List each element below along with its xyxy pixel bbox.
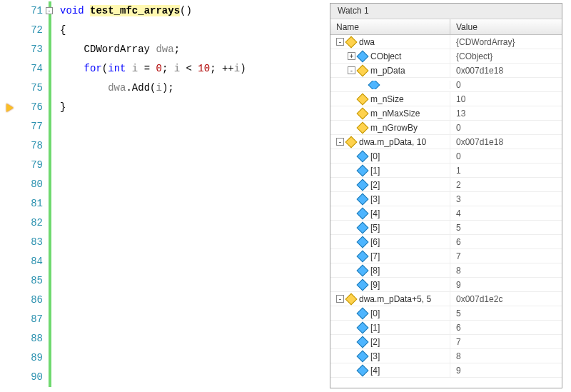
- breakpoint-gutter[interactable]: [0, 1, 20, 21]
- watch-value-cell[interactable]: 5: [450, 306, 562, 321]
- code-text[interactable]: [56, 213, 60, 233]
- watch-name-cell[interactable]: [6]: [330, 235, 450, 249]
- watch-value-cell[interactable]: 9: [450, 278, 562, 292]
- watch-value-cell[interactable]: 1: [450, 164, 562, 178]
- watch-name-cell[interactable]: [1]: [330, 321, 450, 335]
- code-line[interactable]: 89: [0, 348, 315, 368]
- watch-row[interactable]: -dwa{CDWordArray}: [330, 35, 562, 49]
- breakpoint-gutter[interactable]: [0, 98, 20, 117]
- watch-name-cell[interactable]: [330, 81, 450, 89]
- watch-row[interactable]: [6]6: [330, 235, 562, 249]
- code-text[interactable]: [56, 233, 60, 252]
- breakpoint-gutter[interactable]: [0, 329, 20, 348]
- column-header-name[interactable]: Name: [330, 19, 450, 34]
- code-text[interactable]: {: [56, 21, 66, 40]
- watch-row[interactable]: [1]6: [330, 321, 562, 335]
- code-text[interactable]: [56, 194, 60, 213]
- code-line[interactable]: 81: [0, 194, 315, 213]
- watch-name-cell[interactable]: [3]: [330, 349, 450, 363]
- watch-row[interactable]: [5]5: [330, 221, 562, 235]
- watch-row[interactable]: [7]7: [330, 249, 562, 263]
- code-line[interactable]: 71-void test_mfc_arrays(): [0, 1, 315, 21]
- breakpoint-gutter[interactable]: [0, 213, 20, 233]
- fold-gutter[interactable]: [46, 156, 56, 175]
- watch-name-cell[interactable]: [9]: [330, 278, 450, 292]
- code-line[interactable]: 80: [0, 175, 315, 194]
- watch-name-cell[interactable]: -dwa: [330, 35, 450, 49]
- watch-name-cell[interactable]: -dwa.m_pData+5, 5: [330, 292, 450, 306]
- fold-gutter[interactable]: [46, 348, 56, 368]
- code-text[interactable]: [56, 117, 60, 136]
- watch-value-cell[interactable]: 0x007d1e18: [450, 135, 562, 149]
- collapse-icon[interactable]: -: [348, 66, 355, 74]
- watch-name-cell[interactable]: -dwa.m_pData, 10: [330, 135, 450, 149]
- fold-gutter[interactable]: [46, 40, 56, 59]
- watch-row[interactable]: [3]8: [330, 349, 562, 363]
- code-line[interactable]: 87: [0, 310, 315, 329]
- code-line[interactable]: 76}: [0, 98, 315, 117]
- watch-value-cell[interactable]: 13: [450, 106, 562, 121]
- watch-name-cell[interactable]: -m_pData: [330, 64, 450, 78]
- fold-gutter[interactable]: [46, 233, 56, 252]
- breakpoint-gutter[interactable]: [0, 291, 20, 310]
- collapse-icon[interactable]: -: [336, 38, 344, 46]
- fold-gutter[interactable]: [46, 271, 56, 291]
- watch-name-cell[interactable]: m_nSize: [330, 92, 450, 106]
- watch-row[interactable]: m_nGrowBy0: [330, 121, 562, 135]
- watch-row[interactable]: [9]9: [330, 278, 562, 292]
- code-line[interactable]: 84: [0, 252, 315, 271]
- fold-gutter[interactable]: [46, 21, 56, 40]
- fold-gutter[interactable]: [46, 329, 56, 348]
- fold-gutter[interactable]: [46, 117, 56, 136]
- code-line[interactable]: 88: [0, 329, 315, 348]
- breakpoint-gutter[interactable]: [0, 21, 20, 40]
- watch-value-cell[interactable]: 3: [450, 192, 562, 206]
- watch-row[interactable]: 0: [330, 78, 562, 92]
- collapse-icon[interactable]: -: [336, 295, 344, 303]
- breakpoint-gutter[interactable]: [0, 310, 20, 329]
- watch-row[interactable]: [8]8: [330, 263, 562, 278]
- fold-gutter[interactable]: [46, 98, 56, 117]
- watch-value-cell[interactable]: 2: [450, 178, 562, 192]
- watch-row[interactable]: [4]4: [330, 206, 562, 221]
- breakpoint-gutter[interactable]: [0, 368, 20, 387]
- column-header-value[interactable]: Value: [450, 19, 562, 34]
- watch-value-cell[interactable]: 10: [450, 92, 562, 106]
- watch-name-cell[interactable]: [7]: [330, 249, 450, 263]
- watch-value-cell[interactable]: 0: [450, 149, 562, 164]
- watch-value-cell[interactable]: 7: [450, 335, 562, 349]
- code-text[interactable]: [56, 348, 60, 368]
- watch-row[interactable]: [4]9: [330, 363, 562, 378]
- breakpoint-gutter[interactable]: [0, 252, 20, 271]
- watch-row[interactable]: [2]7: [330, 335, 562, 349]
- code-line[interactable]: 72{: [0, 21, 315, 40]
- fold-gutter[interactable]: [46, 194, 56, 213]
- code-line[interactable]: 86: [0, 291, 315, 310]
- code-editor[interactable]: 71-void test_mfc_arrays()72{73 CDWordArr…: [0, 0, 315, 392]
- fold-gutter[interactable]: -: [46, 1, 56, 21]
- breakpoint-gutter[interactable]: [0, 175, 20, 194]
- code-text[interactable]: }: [56, 98, 66, 117]
- fold-gutter[interactable]: [46, 368, 56, 387]
- code-line[interactable]: 79: [0, 156, 315, 175]
- watch-row[interactable]: [3]3: [330, 192, 562, 206]
- watch-value-cell[interactable]: 8: [450, 349, 562, 363]
- watch-value-cell[interactable]: 5: [450, 221, 562, 235]
- breakpoint-gutter[interactable]: [0, 59, 20, 79]
- watch-name-cell[interactable]: [1]: [330, 164, 450, 178]
- watch-value-cell[interactable]: {CObject}: [450, 49, 562, 64]
- watch-value-cell[interactable]: 8: [450, 263, 562, 278]
- watch-value-cell[interactable]: 0x007d1e18: [450, 64, 562, 78]
- fold-gutter[interactable]: [46, 59, 56, 79]
- watch-name-cell[interactable]: [2]: [330, 178, 450, 192]
- breakpoint-gutter[interactable]: [0, 79, 20, 98]
- watch-value-cell[interactable]: 9: [450, 363, 562, 378]
- fold-gutter[interactable]: [46, 79, 56, 98]
- code-text[interactable]: [56, 136, 60, 156]
- fold-toggle-icon[interactable]: -: [46, 7, 53, 14]
- code-text[interactable]: void test_mfc_arrays(): [56, 1, 192, 21]
- watch-row[interactable]: [0]5: [330, 306, 562, 321]
- watch-name-cell[interactable]: [8]: [330, 263, 450, 278]
- code-line[interactable]: 83: [0, 233, 315, 252]
- watch-row[interactable]: [1]1: [330, 164, 562, 178]
